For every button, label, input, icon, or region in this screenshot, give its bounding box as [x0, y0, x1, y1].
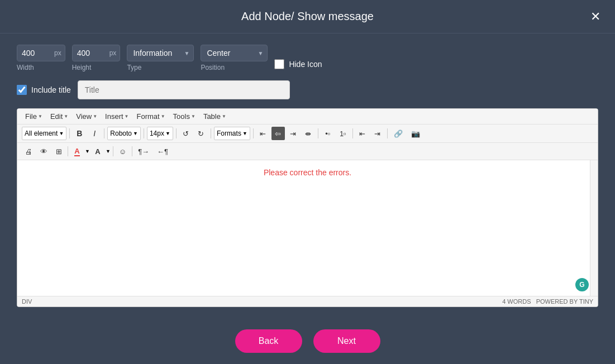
statusbar-wordcount: 4 WORDS POWERED BY TINY — [502, 298, 593, 305]
toolbar-sep-12 — [132, 146, 132, 156]
menu-table[interactable]: Table ▼ — [200, 111, 230, 122]
modal-body: px Width px Height Information Warning — [0, 33, 615, 318]
include-title-row: Include title — [17, 80, 598, 99]
hide-icon-label: Hide Icon — [289, 60, 322, 69]
modal-footer: Back Next — [0, 318, 615, 364]
formats-dropdown[interactable]: Formats ▼ — [214, 127, 250, 140]
font-dropdown[interactable]: Roboto ▼ — [107, 127, 141, 140]
menu-view[interactable]: View ▼ — [73, 111, 101, 122]
menu-file-arrow: ▼ — [38, 114, 42, 119]
bullet-list-button[interactable]: •▫ — [321, 127, 335, 140]
ltr-button[interactable]: ¶→ — [135, 145, 152, 158]
align-justify-button[interactable]: ⇼ — [302, 127, 315, 140]
menu-file[interactable]: File ▼ — [22, 111, 46, 122]
close-button[interactable]: ✕ — [587, 8, 604, 25]
image-button[interactable]: 📷 — [408, 127, 423, 140]
editor-container: File ▼ Edit ▼ View ▼ Insert ▼ Format ▼ — [17, 108, 598, 307]
type-label: Type — [127, 64, 194, 71]
toolbar-sep-4 — [176, 128, 177, 138]
editor-toolbar-2: 🖨 👁 ⊞ A ▼ A ▼ ☺ ¶→ ←¶ — [17, 143, 598, 160]
numbered-list-button[interactable]: 1▫ — [336, 127, 350, 140]
height-input-wrap: px — [72, 45, 121, 61]
type-select-wrap: Information Warning Error Success ▼ — [127, 45, 194, 61]
rtl-button[interactable]: ←¶ — [154, 145, 171, 158]
toolbar-sep-10 — [68, 146, 68, 156]
width-input[interactable] — [17, 45, 51, 61]
link-button[interactable]: 🔗 — [390, 127, 406, 140]
redo-button[interactable]: ↻ — [194, 127, 208, 140]
toolbar-sep-8 — [352, 128, 353, 138]
code-button[interactable]: ⊞ — [52, 145, 65, 158]
toolbar-sep-6 — [253, 128, 254, 138]
editor-menubar: File ▼ Edit ▼ View ▼ Insert ▼ Format ▼ — [17, 109, 598, 124]
italic-button[interactable]: I — [88, 127, 101, 140]
editor-toolbar-1: All element ▼ B I Roboto ▼ 14px ▼ ↺ ↻ — [17, 124, 598, 143]
width-input-wrap: px — [17, 45, 65, 61]
size-dropdown-arrow: ▼ — [165, 131, 170, 136]
formats-dropdown-arrow: ▼ — [242, 131, 247, 136]
menu-tools[interactable]: Tools ▼ — [170, 111, 199, 122]
size-dropdown[interactable]: 14px ▼ — [147, 127, 173, 140]
preview-button[interactable]: 👁 — [37, 145, 51, 158]
width-unit: px — [51, 49, 65, 57]
position-select[interactable]: Center Top Bottom Left Right — [201, 45, 268, 61]
position-label: Position — [201, 64, 268, 71]
font-color-arrow[interactable]: ▼ — [85, 149, 90, 154]
height-label: Height — [72, 64, 121, 71]
position-group: Center Top Bottom Left Right ▼ Position — [201, 45, 268, 71]
bg-color-letter: A — [95, 147, 100, 156]
statusbar-element: DIV — [22, 298, 32, 305]
menu-format[interactable]: Format ▼ — [134, 111, 169, 122]
outdent-button[interactable]: ⇤ — [356, 127, 369, 140]
undo-button[interactable]: ↺ — [179, 127, 193, 140]
bg-color-button[interactable]: A — [91, 145, 104, 158]
menu-insert-arrow: ▼ — [125, 114, 129, 119]
align-left-button[interactable]: ⇤ — [256, 127, 270, 140]
indent-button[interactable]: ⇥ — [371, 127, 384, 140]
elements-dropdown[interactable]: All element ▼ — [22, 127, 66, 140]
height-input[interactable] — [73, 45, 106, 61]
menu-format-arrow: ▼ — [161, 114, 165, 119]
modal-container: Add Node/ Show message ✕ px Width px Hei… — [0, 0, 615, 364]
toolbar-sep-2 — [104, 128, 104, 138]
width-label: Width — [17, 64, 65, 71]
include-title-checkbox[interactable] — [17, 85, 27, 95]
hide-icon-group: Hide Icon — [274, 59, 322, 71]
scrollbar[interactable] — [590, 160, 598, 296]
font-dropdown-arrow: ▼ — [133, 131, 138, 136]
modal-title: Add Node/ Show message — [241, 10, 374, 23]
editor-statusbar: DIV 4 WORDS POWERED BY TINY — [17, 296, 598, 306]
menu-edit-arrow: ▼ — [64, 114, 68, 119]
toolbar-sep-5 — [211, 128, 211, 138]
width-group: px Width — [17, 45, 65, 71]
title-input[interactable] — [78, 80, 290, 99]
font-color-button[interactable]: A — [70, 145, 84, 158]
next-button[interactable]: Next — [313, 329, 380, 353]
bg-color-arrow[interactable]: ▼ — [106, 149, 111, 154]
type-select[interactable]: Information Warning Error Success — [127, 45, 194, 61]
error-message: Please correct the errors. — [23, 166, 592, 177]
emoji-button[interactable]: ☺ — [116, 145, 130, 158]
menu-edit[interactable]: Edit ▼ — [47, 111, 71, 122]
align-right-button[interactable]: ⇥ — [287, 127, 300, 140]
toolbar-sep-1 — [69, 128, 70, 138]
include-title-label: Include title — [31, 85, 71, 94]
include-title-checkbox-group: Include title — [17, 85, 71, 95]
editor-content[interactable]: Please correct the errors. G — [17, 160, 598, 296]
hide-icon-checkbox[interactable] — [274, 59, 284, 69]
menu-view-arrow: ▼ — [93, 114, 97, 119]
font-color-letter: A — [74, 147, 79, 156]
type-group: Information Warning Error Success ▼ Type — [127, 45, 194, 71]
align-center-button[interactable]: ⇦ — [271, 127, 285, 140]
menu-insert[interactable]: Insert ▼ — [102, 111, 132, 122]
print-button[interactable]: 🖨 — [22, 145, 36, 158]
toolbar-sep-3 — [144, 128, 144, 138]
height-group: px Height — [72, 45, 121, 71]
height-unit: px — [106, 49, 120, 57]
controls-row: px Width px Height Information Warning — [17, 45, 598, 71]
toolbar-sep-9 — [387, 128, 388, 138]
menu-table-arrow: ▼ — [222, 114, 226, 119]
bold-button[interactable]: B — [73, 127, 86, 140]
back-button[interactable]: Back — [235, 329, 302, 353]
grammarly-button[interactable]: G — [575, 278, 589, 291]
